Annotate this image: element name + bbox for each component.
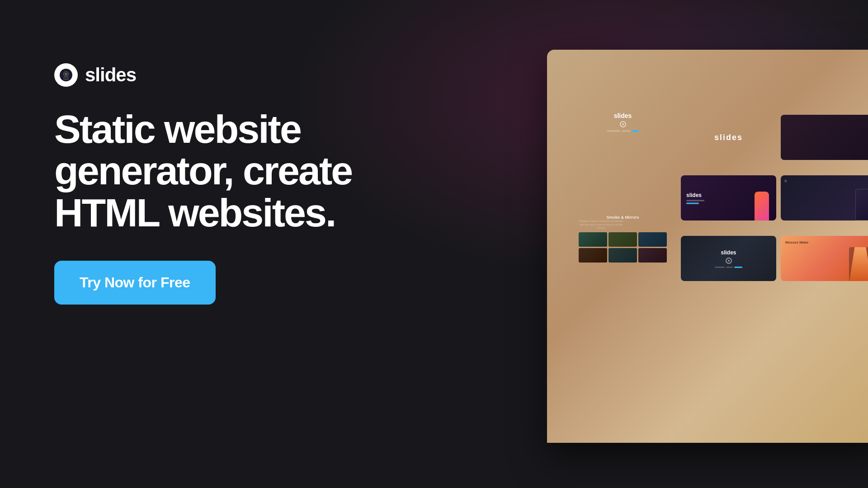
svg-rect-3 bbox=[63, 79, 69, 80]
slide-thumb-1: slides bbox=[681, 115, 776, 160]
headline-line2: generator, create bbox=[54, 150, 352, 192]
headline-line3: HTML websites. bbox=[54, 192, 352, 234]
slide-thumb-2 bbox=[781, 115, 868, 160]
app-main-content: slides Design well Some descr bbox=[547, 91, 868, 443]
slide-item-1[interactable]: slides Slide 1 bbox=[681, 115, 776, 171]
try-now-button[interactable]: Try Now for Free bbox=[54, 261, 216, 305]
left-content-section: slides Static website generator, create … bbox=[54, 63, 352, 305]
template-item-3[interactable]: Smoke & Mirrors Design to create a colle… bbox=[574, 211, 671, 269]
slide-thumb-6: S bbox=[781, 175, 868, 221]
svg-point-2 bbox=[65, 73, 67, 75]
slide-thumb-10: Messes Make bbox=[781, 236, 868, 281]
slide-thumb-9: slides bbox=[681, 236, 776, 281]
headline: Static website generator, create HTML we… bbox=[54, 108, 352, 234]
headline-line1: Static website bbox=[54, 108, 352, 150]
slides-logo-icon bbox=[54, 63, 78, 87]
slide-thumb-5: slides bbox=[681, 175, 776, 221]
app-logo-text: slides bbox=[85, 64, 136, 86]
logo-row: slides bbox=[54, 63, 352, 87]
app-window: S Template Add ▾ Designmodo › Slides 6 bbox=[547, 50, 868, 443]
slides-grid: slides Slide 1 Slide 2 bbox=[681, 115, 868, 292]
slides-panel: Slides ▾ bbox=[675, 91, 868, 443]
